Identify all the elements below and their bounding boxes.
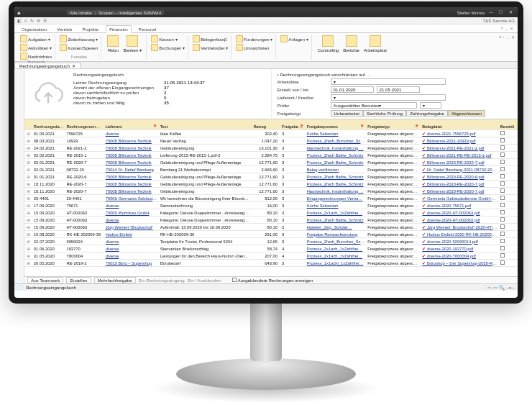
cell-supplier[interactable]: Jörg Weinert 'Bruckenhof' (104, 224, 159, 231)
cell-paid[interactable] (499, 224, 518, 231)
cell-file[interactable]: Billmanns-2021-10929.pdf (421, 137, 499, 145)
cell-paid[interactable] (499, 260, 518, 267)
table-row[interactable]: ⊞01.06.2020193770diverseStenverken Brief… (24, 245, 518, 252)
cell-process[interactable]: Haustechnik, Instanthaltung … (306, 145, 367, 152)
date-from[interactable]: 01.01.2020 (331, 86, 374, 93)
cell-process[interactable]: Eingangsrechnungen Vertra… (306, 195, 367, 202)
cell-process[interactable]: Prozess_2fach_Burscher_Sch… (306, 238, 367, 245)
col-9[interactable]: Belegdatei (421, 124, 499, 130)
cell-paid[interactable] (499, 166, 518, 173)
qat-btn[interactable]: ☰ (43, 18, 47, 23)
table-row[interactable]: ⊞31.05.2020T800004diverseLeistungen für … (24, 252, 518, 260)
footer-tab[interactable]: Aus Teamwork (27, 277, 63, 283)
table-row[interactable]: ⊞15.09.2020HT-00206370009 Wohnbau GmbHKa… (24, 209, 518, 217)
table-row[interactable]: ⊞18.11.2020RE-2020-770008 Billmanns Tech… (24, 188, 518, 195)
cell-supplier[interactable]: 70006 Germania Gebäude… (104, 195, 159, 202)
document-tab[interactable]: Rechnungseingangsbuch✕ (14, 63, 81, 68)
cell-supplier[interactable]: 70008 Billmanns Technik (104, 137, 159, 145)
expand-icon[interactable]: ⊞ (24, 145, 32, 152)
expand-icon[interactable]: ⊞ (24, 137, 32, 145)
rib-aktivitaeten[interactable]: Aktivitäten ▾ (20, 44, 52, 51)
expand-icon[interactable]: ⊞ (24, 130, 32, 137)
cell-supplier[interactable]: diverse (104, 252, 159, 260)
col-8[interactable]: Freigabetyp📍 (366, 124, 421, 130)
expand-icon[interactable]: ⊞ (24, 209, 32, 217)
cell-paid[interactable] (499, 181, 518, 188)
cell-paid[interactable] (499, 130, 518, 137)
col-10[interactable]: Bezahlt (499, 124, 518, 130)
rib-buchungen[interactable]: Buchungen ▾ (151, 44, 185, 51)
cell-paid[interactable] (499, 173, 518, 181)
cell-supplier[interactable]: 70008 Billmanns Technik (104, 188, 159, 195)
expand-icon[interactable]: ⊞ (24, 173, 32, 181)
cell-file[interactable]: diverse-2021-7596725.pdf (421, 130, 499, 137)
invoice-grid[interactable]: RechnungsdatumRechnungsnummerLieferant📍T… (24, 124, 518, 276)
cell-supplier[interactable]: 70008 Billmanns Technik (104, 145, 159, 152)
rib-kassen[interactable]: Kassen ▾ (151, 35, 185, 42)
rib-belegerf[interactable]: Belegerfassβ (193, 35, 228, 42)
cell-file[interactable]: Dr. Detlef Bamberg-2021-08732-20.pdf (421, 166, 499, 173)
expand-icon[interactable]: ⊞ (24, 181, 32, 188)
cell-paid[interactable] (499, 252, 518, 260)
col-2[interactable]: Rechnungsnummer (65, 124, 104, 130)
cell-process[interactable]: Prozess_2x1ach_1xZahlfrei… (306, 252, 367, 260)
qat-btn[interactable]: ✉ (37, 18, 40, 23)
cell-supplier[interactable]: 70008 Billmanns Technik (104, 152, 159, 159)
expand-icon[interactable]: ⊞ (24, 202, 32, 209)
seg-1[interactable]: Sachliche Prüfung (363, 110, 406, 117)
statusbar-icons[interactable]: ▭ ▭ 🔍 ─●─ (487, 285, 515, 291)
cell-process[interactable]: Prozess_2fach_Burscher_Sch… (306, 137, 367, 145)
cell-file[interactable]: diverse-2020-T000004.pdf (421, 252, 499, 260)
table-row[interactable]: ⊞08.03.20211092970008 Billmanns TechnikN… (24, 137, 518, 145)
maximize-icon[interactable]: ☐ (499, 9, 505, 15)
expand-icon[interactable]: ⊞ (24, 159, 32, 166)
expand-icon[interactable]: ⊞ (24, 152, 32, 159)
tab-finanzen[interactable]: Finanzen (106, 25, 131, 33)
lieferant-select[interactable]: ▾ (331, 94, 446, 101)
rib-arbeitsplatz[interactable]: Arbeitsplatz (362, 35, 388, 53)
cell-file[interactable]: Büroshop – Der Supershop-2020-RE-RE-2019… (421, 260, 499, 267)
table-row[interactable]: ⊞02.01.202108732-2070014 Dr. Detlef Bamb… (24, 166, 518, 173)
cell-process[interactable]: Hoteleri_Jörg_Schöler… (306, 224, 367, 231)
cell-file[interactable]: Billmanns-2020-RE-2020-7.pdf (421, 181, 499, 188)
tab-organisation[interactable]: Organisation (19, 26, 50, 32)
minimize-icon[interactable]: — (489, 9, 495, 15)
expand-icon[interactable]: ⊞ (24, 245, 32, 252)
table-row[interactable]: ⊞15.09.2020HT-002063Jörg Weinert 'Brucke… (24, 224, 518, 231)
cell-supplier[interactable]: 70014 Dr. Detlef Bamberg (104, 166, 159, 173)
col-1[interactable]: Rechnungsdatum (32, 124, 65, 130)
rib-kosten[interactable]: Kosten/Spesen (60, 44, 98, 51)
col-3[interactable]: Lieferant📍 (104, 124, 159, 130)
cell-paid[interactable] (499, 231, 518, 238)
col-5[interactable]: Betrag (252, 124, 280, 130)
search-scope[interactable]: Alle Inhalte (70, 10, 92, 15)
cell-file[interactable]: Jörg Weinert 'Bruckenhof'-2020-HT-002063… (421, 224, 499, 231)
cell-supplier[interactable]: diverse (104, 202, 159, 209)
seg-2[interactable]: Zahlungsfreigabe (406, 110, 448, 117)
table-row[interactable]: ⊞22.07.20209956024diverseTextplatte für … (24, 238, 518, 245)
cell-paid[interactable] (499, 137, 518, 145)
cell-file[interactable]: Germania Gebäudedienste GmbH-2020-20-449… (421, 195, 499, 202)
tab-personal[interactable]: Personal (136, 26, 159, 32)
expand-icon[interactable]: ⊞ (24, 260, 32, 267)
expand-icon[interactable]: ⊞ (24, 252, 32, 260)
rib-anlagen[interactable]: Anlagen ▾ (280, 35, 308, 42)
seg-3[interactable]: Abgeschlossen (448, 110, 485, 117)
rib-vertriebs[interactable]: Vertriebsβet ▾ (193, 44, 228, 51)
cell-process[interactable]: Beleg verifizieren (306, 166, 367, 173)
cell-supplier[interactable]: 70008 Billmanns Technik (104, 181, 159, 188)
cell-file[interactable]: Billmanns-2020-RE-2020-7.pdf (421, 188, 499, 195)
cell-paid[interactable] (499, 209, 518, 217)
rib-controlling[interactable]: Controlling (316, 35, 341, 53)
cell-process[interactable]: Prozess_2fach Bathe_Schmitz (306, 152, 367, 159)
table-row[interactable]: ⊞15.09.2020HT-002063diverseKategorie: De… (24, 217, 518, 224)
col-6[interactable]: Freigabestufe📍 (280, 124, 306, 130)
cell-paid[interactable] (499, 245, 518, 252)
qat-btn[interactable]: ◧ (17, 18, 22, 23)
cell-file[interactable]: Billmanns-2020-RE-2020-6.pdf (421, 173, 499, 181)
cell-file[interactable]: Billmanns-2020-RE-2020-7.pdf (421, 159, 499, 166)
table-row[interactable]: ⊞01.09.20217596725diverseIdee Kaffee302,… (24, 130, 518, 137)
cell-process[interactable]: Prozess_2fach Bathe_Schmitz (306, 217, 367, 224)
col-4[interactable]: Text (159, 124, 252, 130)
expand-icon[interactable]: ⊞ (24, 195, 32, 202)
